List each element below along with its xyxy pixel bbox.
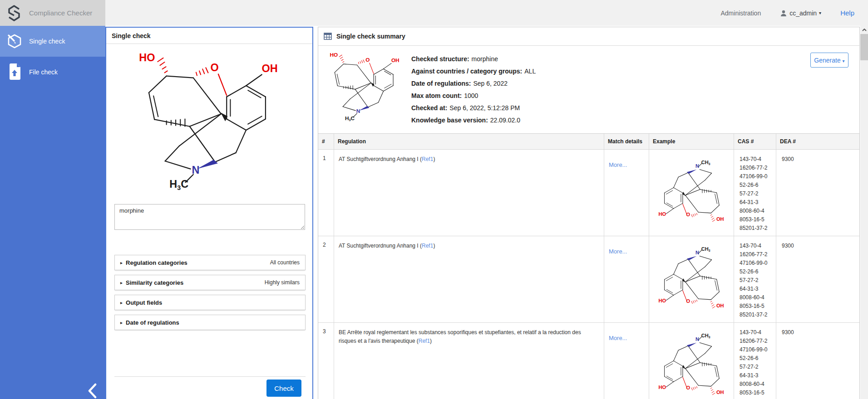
accordion-label: Date of regulations <box>126 319 179 326</box>
structure-name-input[interactable]: morphine <box>114 204 305 230</box>
ref-link[interactable]: Ref1 <box>422 156 433 162</box>
cas-value: 143-70-4 <box>740 329 776 338</box>
cas-list: 143-70-416206-77-247106-99-052-26-657-27… <box>734 150 776 236</box>
cas-value: 64-31-3 <box>740 199 776 208</box>
summary-title: Single check summary <box>336 33 405 40</box>
sidebar-item-label: Single check <box>29 38 65 45</box>
chevron-left-icon <box>88 383 98 399</box>
cas-value: 85201-37-2 <box>740 311 776 320</box>
app-logo-icon <box>5 3 23 23</box>
table-row: 2 AT Suchtgiftverordnung Anhang I (Ref1)… <box>318 236 859 323</box>
help-link[interactable]: Help <box>840 9 854 17</box>
column-header-regulation: Regulation <box>334 134 604 149</box>
match-details-cell: More... <box>604 323 649 399</box>
table-row: 3 BE Arrête royal reglementant les subst… <box>318 323 859 399</box>
example-cell <box>649 150 734 236</box>
ref-paren: ) <box>433 156 435 162</box>
column-header-num: # <box>318 134 334 149</box>
username: cc_admin <box>789 10 817 17</box>
accordion-label: Similarity categories <box>126 279 183 286</box>
more-link[interactable]: More... <box>604 323 649 341</box>
cas-value: 52-26-6 <box>740 355 776 364</box>
example-cell <box>649 323 734 399</box>
ref-paren: ) <box>430 338 432 344</box>
detail-line: Against countries / category groups:ALL <box>411 68 536 80</box>
column-header-cas: CAS # <box>734 134 776 149</box>
accordion-output-fields[interactable]: ▸ Output fields <box>114 295 306 310</box>
cas-value: 57-27-2 <box>740 364 776 372</box>
scroll-up-button[interactable] <box>860 26 868 34</box>
check-button[interactable]: Check <box>266 380 301 397</box>
more-link[interactable]: More... <box>604 150 649 168</box>
top-bar: Compliance Checker Administration cc_adm… <box>0 0 868 26</box>
table-body: 1 AT Suchtgiftverordnung Anhang I (Ref1)… <box>318 150 859 399</box>
more-link[interactable]: More... <box>604 236 649 255</box>
cas-value: 143-70-4 <box>740 156 776 165</box>
administration-link[interactable]: Administration <box>720 10 761 17</box>
regulation-cell: BE Arrête royal reglementant les substan… <box>334 323 604 399</box>
generate-label: Generate <box>814 57 840 64</box>
table-row: 1 AT Suchtgiftverordnung Anhang I (Ref1)… <box>318 150 859 236</box>
sidebar-item-file-check[interactable]: File check <box>0 57 105 88</box>
divider <box>114 376 306 377</box>
regulation-cell: AT Suchtgiftverordnung Anhang I (Ref1) <box>334 236 604 322</box>
accordion-label: Regulation categories <box>126 259 187 266</box>
cas-value: 16206-77-2 <box>740 251 776 260</box>
chevron-down-icon: ▾ <box>843 58 845 63</box>
cas-value: 143-70-4 <box>740 243 776 251</box>
regulation-text: AT Suchtgiftverordnung Anhang I <box>339 243 420 249</box>
detail-value: 1000 <box>464 92 478 99</box>
regulation-cell: AT Suchtgiftverordnung Anhang I (Ref1) <box>334 150 604 236</box>
app-title: Compliance Checker <box>29 9 92 17</box>
detail-value: morphine <box>472 55 498 63</box>
sidebar-collapse-button[interactable] <box>88 383 98 399</box>
detail-label: Checked at: <box>411 104 447 112</box>
vertical-scrollbar <box>860 26 868 399</box>
example-structure-image <box>656 159 727 224</box>
cas-list: 143-70-416206-77-247106-99-052-26-657-27… <box>734 323 776 399</box>
ref-link[interactable]: Ref1 <box>422 243 433 249</box>
sidebar-item-single-check[interactable]: Single check <box>0 26 105 57</box>
hexagon-pencil-icon <box>0 33 29 49</box>
accordion-similarity-categories[interactable]: ▸ Similarity categories Highly similars <box>114 275 306 290</box>
accordion-regulation-categories[interactable]: ▸ Regulation categories All countries <box>114 255 306 270</box>
match-details-cell: More... <box>604 150 649 236</box>
detail-value: 22.09.02.0 <box>490 117 520 124</box>
scrollbar-thumb[interactable] <box>860 34 868 60</box>
cas-value: 47106-99-0 <box>740 173 776 182</box>
structure-viewer[interactable] <box>106 48 312 195</box>
ref-link[interactable]: Ref1 <box>419 338 430 344</box>
cas-value: 52-26-6 <box>740 268 776 277</box>
row-number: 3 <box>318 323 334 399</box>
cas-value: 8008-60-4 <box>740 381 776 389</box>
user-menu[interactable]: cc_admin ▾ <box>780 10 821 17</box>
accordion-date-of-regulations[interactable]: ▸ Date of regulations <box>114 315 306 330</box>
cas-value: 8008-60-4 <box>740 208 776 216</box>
detail-line: Max atom count:1000 <box>411 92 536 104</box>
results-table: # Regulation Match details Example CAS #… <box>318 133 859 399</box>
row-number: 1 <box>318 150 334 236</box>
generate-button[interactable]: Generate ▾ <box>810 53 848 68</box>
right-triangle-icon: ▸ <box>120 280 123 285</box>
cas-value: 64-31-3 <box>740 372 776 381</box>
column-header-example: Example <box>649 134 734 149</box>
detail-label: Checked structure: <box>411 55 469 63</box>
logo-block: Compliance Checker <box>0 0 105 26</box>
sidebar-item-label: File check <box>29 68 58 76</box>
match-details-cell: More... <box>604 236 649 322</box>
panel-title: Single check <box>106 28 312 44</box>
dea-number: 9300 <box>776 236 859 322</box>
cas-value: 57-27-2 <box>740 277 776 286</box>
dea-number: 9300 <box>776 150 859 236</box>
regulation-text: BE Arrête royal reglementant les substan… <box>339 329 581 344</box>
cas-value: 57-27-2 <box>740 190 776 199</box>
detail-label: Against countries / category groups: <box>411 68 522 75</box>
cas-value: 85201-37-2 <box>740 225 776 234</box>
table-grid-icon <box>324 33 332 40</box>
accordion-value: Highly similars <box>265 279 300 286</box>
sidebar: Single check File check <box>0 26 105 399</box>
detail-label: Knowledge base version: <box>411 117 488 124</box>
detail-value: Sep 6, 2022, 5:12:28 PM <box>449 104 520 112</box>
detail-value: Sep 6, 2022 <box>473 80 508 87</box>
single-check-panel: Single check morphine ▸ Regulation categ… <box>105 27 313 399</box>
